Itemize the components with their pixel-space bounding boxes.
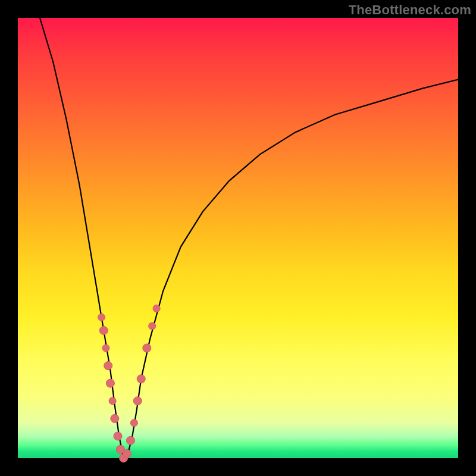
curve-marker (106, 379, 114, 387)
curve-marker (99, 326, 108, 334)
watermark-text: TheBottleneck.com (349, 2, 471, 18)
curve-marker (98, 314, 105, 321)
curve-marker (104, 362, 112, 370)
curve-marker (123, 450, 131, 458)
curve-layer (18, 18, 458, 458)
curve-markers (98, 305, 161, 462)
curve-marker (102, 345, 109, 352)
chart-frame: TheBottleneck.com (0, 0, 476, 476)
curve-marker (149, 322, 156, 330)
curve-marker (126, 436, 134, 444)
curve-marker (153, 305, 160, 312)
curve-marker (111, 414, 119, 422)
bottleneck-curve (40, 18, 458, 458)
curve-marker (109, 397, 116, 405)
curve-marker (114, 432, 122, 440)
curve-marker (143, 344, 151, 352)
curve-marker (137, 375, 145, 383)
curve-marker (133, 397, 142, 405)
curve-marker (130, 419, 137, 427)
